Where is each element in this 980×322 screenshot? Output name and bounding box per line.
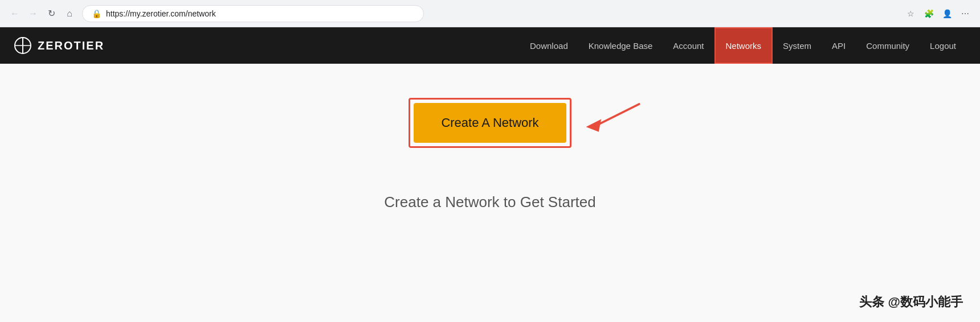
- main-content: Create A Network Create a Network to Get…: [0, 64, 980, 322]
- browser-chrome: ← → ↻ ⌂ 🔒 https://my.zerotier.com/networ…: [0, 0, 980, 27]
- nav-link-knowledge-base[interactable]: Knowledge Base: [578, 27, 663, 64]
- svg-marker-4: [586, 119, 601, 132]
- nav-link-account[interactable]: Account: [663, 27, 714, 64]
- nav-link-networks[interactable]: Networks: [714, 27, 773, 64]
- logo-area[interactable]: ZEROTIER: [14, 36, 104, 55]
- svg-line-3: [593, 104, 639, 127]
- browser-actions: ☆ 🧩 👤 ⋯: [903, 6, 973, 22]
- star-button[interactable]: ☆: [903, 6, 918, 22]
- back-icon: ←: [10, 9, 19, 19]
- arrow-annotation: [577, 99, 646, 147]
- home-icon: ⌂: [67, 9, 72, 19]
- create-network-button[interactable]: Create A Network: [414, 103, 566, 143]
- url-text: https://my.zerotier.com/network: [106, 9, 216, 18]
- create-network-section: Create A Network: [409, 98, 571, 148]
- empty-state-text: Create a Network to Get Started: [384, 193, 595, 211]
- refresh-icon: ↻: [48, 8, 55, 19]
- create-network-btn-wrapper: Create A Network: [409, 98, 571, 148]
- lock-icon: 🔒: [92, 9, 101, 18]
- nav-link-download[interactable]: Download: [520, 27, 578, 64]
- home-button[interactable]: ⌂: [62, 6, 77, 22]
- address-bar[interactable]: 🔒 https://my.zerotier.com/network: [82, 5, 424, 22]
- forward-icon: →: [28, 9, 38, 19]
- watermark: 头条 @数码小能手: [859, 294, 963, 311]
- menu-button[interactable]: ⋯: [957, 6, 973, 22]
- nav-link-system[interactable]: System: [773, 27, 822, 64]
- nav-link-community[interactable]: Community: [856, 27, 920, 64]
- nav-links: Download Knowledge Base Account Networks…: [520, 27, 966, 64]
- refresh-button[interactable]: ↻: [43, 6, 59, 22]
- nav-link-api[interactable]: API: [822, 27, 856, 64]
- logo-icon: [14, 36, 32, 55]
- back-button[interactable]: ←: [7, 6, 23, 22]
- arrow-icon: [577, 99, 646, 145]
- nav-link-logout[interactable]: Logout: [920, 27, 966, 64]
- profile-button[interactable]: 👤: [939, 6, 955, 22]
- app-navbar: ZEROTIER Download Knowledge Base Account…: [0, 27, 980, 64]
- browser-nav-buttons: ← → ↻ ⌂: [7, 6, 77, 22]
- forward-button[interactable]: →: [25, 6, 41, 22]
- extensions-button[interactable]: 🧩: [921, 6, 937, 22]
- logo-text: ZEROTIER: [38, 39, 104, 52]
